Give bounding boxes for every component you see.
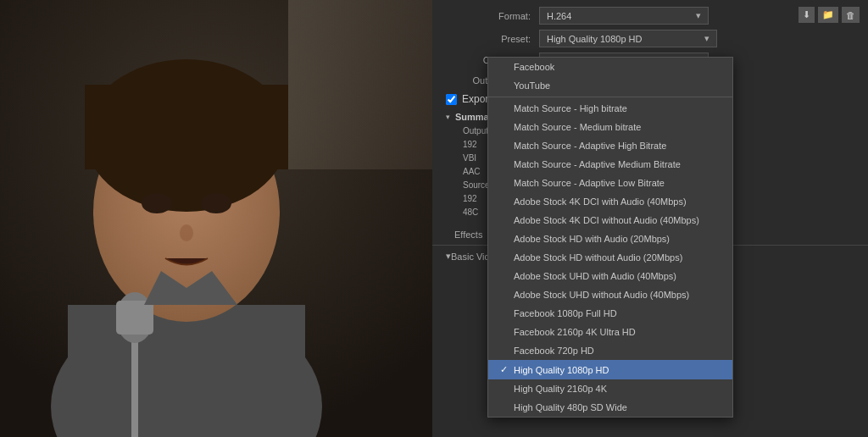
video-preview-panel <box>0 0 432 437</box>
svg-rect-7 <box>85 85 288 169</box>
svg-rect-1 <box>288 0 432 169</box>
format-value: H.264 <box>547 11 571 21</box>
preset-option-hq-4k[interactable]: High Quality 2160p 4K <box>488 379 732 398</box>
preset-option-match-medium[interactable]: Match Source - Medium bitrate <box>488 118 732 136</box>
preset-option-match-adaptive-high[interactable]: Match Source - Adaptive High Bitrate <box>488 136 732 155</box>
preset-option-stock-uhd-no-audio[interactable]: Adobe Stock UHD without Audio (40Mbps) <box>488 285 732 304</box>
preset-dropdown[interactable]: High Quality 1080p HD ▾ <box>539 30 717 47</box>
summary-chevron-icon: ▾ <box>446 113 450 121</box>
preset-option-hq-1080p[interactable]: ✓ High Quality 1080p HD <box>488 360 732 379</box>
preset-option-stock-4k-dci-audio[interactable]: Adobe Stock 4K DCI with Audio (40Mbps) <box>488 192 732 211</box>
preset-option-stock-4k-dci-no-audio[interactable]: Adobe Stock 4K DCI without Audio (40Mbps… <box>488 211 732 230</box>
settings-panel: Format: H.264 ▾ ⬇ 📁 🗑 Preset: High Quali… <box>432 0 868 437</box>
preset-option-hq-480p[interactable]: High Quality 480p SD Wide <box>488 398 732 417</box>
preset-dropdown-menu: Facebook YouTube Match Source - High bit… <box>487 57 733 418</box>
dropdown-divider <box>488 97 732 97</box>
format-label: Format: <box>446 11 531 21</box>
svg-rect-3 <box>68 305 305 437</box>
preset-option-stock-hd-no-audio[interactable]: Adobe Stock HD without Audio (20Mbps) <box>488 248 732 267</box>
format-dropdown[interactable]: H.264 ▾ <box>539 7 709 25</box>
save-preset-button[interactable]: ⬇ <box>798 7 815 23</box>
preset-option-match-adaptive-low[interactable]: Match Source - Adaptive Low Bitrate <box>488 174 732 192</box>
preset-option-facebook[interactable]: Facebook <box>488 58 732 76</box>
preset-option-fb-720p[interactable]: Facebook 720p HD <box>488 341 732 360</box>
preset-label: Preset: <box>446 34 531 44</box>
export-video-checkbox[interactable] <box>446 94 457 105</box>
preset-option-fb-4k[interactable]: Facebook 2160p 4K Ultra HD <box>488 323 732 341</box>
preset-option-stock-hd-audio[interactable]: Adobe Stock HD with Audio (20Mbps) <box>488 230 732 248</box>
check-selected-icon: ✓ <box>500 364 509 375</box>
preset-option-fb-1080p[interactable]: Facebook 1080p Full HD <box>488 304 732 323</box>
preset-option-stock-uhd-audio[interactable]: Adobe Stock UHD with Audio (40Mbps) <box>488 267 732 285</box>
video-frame <box>0 0 432 437</box>
preset-option-youtube[interactable]: YouTube <box>488 76 732 95</box>
preset-arrow-icon: ▾ <box>704 33 709 44</box>
svg-point-10 <box>180 224 193 241</box>
delete-preset-button[interactable]: 🗑 <box>842 7 860 23</box>
format-arrow-icon: ▾ <box>696 10 701 21</box>
preset-option-match-adaptive-medium[interactable]: Match Source - Adaptive Medium Bitrate <box>488 155 732 174</box>
svg-point-9 <box>201 193 231 213</box>
preset-value: High Quality 1080p HD <box>547 34 643 44</box>
svg-point-8 <box>142 193 172 213</box>
svg-rect-13 <box>116 301 153 335</box>
top-actions: ⬇ 📁 🗑 <box>798 7 860 23</box>
tab-effects[interactable]: Effects <box>446 226 491 245</box>
folder-button[interactable]: 📁 <box>818 7 838 23</box>
preset-option-match-high[interactable]: Match Source - High bitrate <box>488 99 732 118</box>
